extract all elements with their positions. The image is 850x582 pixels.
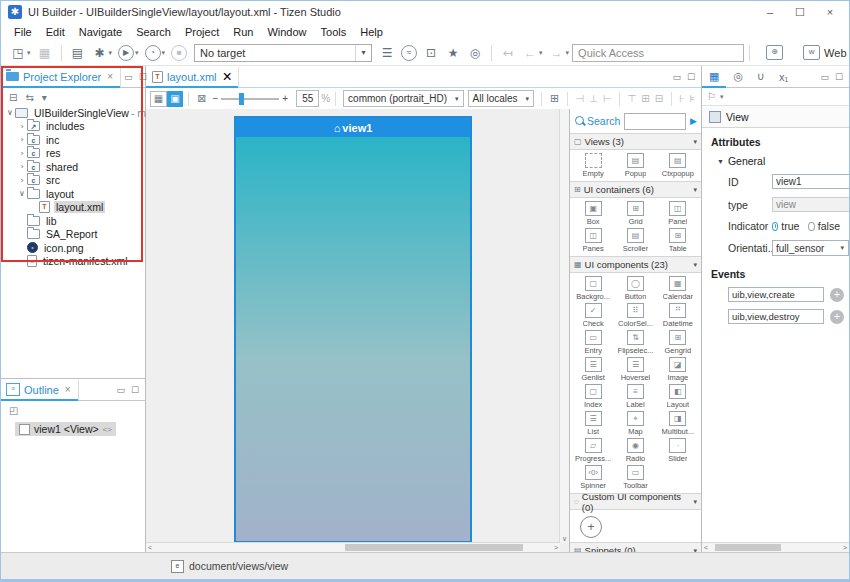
tree-item-res[interactable]: ›cres xyxy=(1,147,145,161)
build-project-button[interactable]: ▤ xyxy=(68,43,88,63)
orientation-select[interactable]: full_sensor ▾ xyxy=(772,240,849,256)
menu-edit[interactable]: Edit xyxy=(39,24,72,40)
palette-item-flipselector[interactable]: ⇅Flipselec... xyxy=(614,329,656,356)
palette-item-grid[interactable]: ⊞Grid xyxy=(614,200,656,227)
maximize-panel-icon[interactable]: ☐ xyxy=(832,72,846,82)
menu-help[interactable]: Help xyxy=(353,24,390,40)
palette-item-popup[interactable]: ▤Popup xyxy=(614,152,656,179)
tree-item-includes[interactable]: ›↗includes xyxy=(1,120,145,134)
tree-item-shared[interactable]: ›cshared xyxy=(1,160,145,174)
tree-item-layout[interactable]: ∨layout xyxy=(1,187,145,201)
scroll-left-icon[interactable]: < xyxy=(148,543,152,552)
target-combo[interactable]: No target▾ xyxy=(194,44,372,62)
tree-item-src[interactable]: ›csrc xyxy=(1,174,145,188)
palette-item-multibutton[interactable]: ◨Multibut... xyxy=(657,410,699,437)
palette-item-hoversel[interactable]: ☰Hoversel xyxy=(614,356,656,383)
filter-outline-icon[interactable]: ◰ xyxy=(5,405,22,416)
palette-item-genlist[interactable]: ☰Genlist xyxy=(572,356,614,383)
view1-titlebar[interactable]: ⌂ view1 xyxy=(236,118,470,137)
palette-item-scroller[interactable]: ▤Scroller xyxy=(614,227,656,254)
pin-icon[interactable]: ⚐ xyxy=(707,91,716,102)
package-manager-button[interactable]: ⊡ xyxy=(421,43,441,63)
add-custom-component-button[interactable]: + xyxy=(580,516,602,538)
tree-item-uibuildersingleview[interactable]: ∨UIBuilderSingleView - mobile-4.0... xyxy=(1,106,145,120)
palette-item-panes[interactable]: ◫Panes xyxy=(572,227,614,254)
palette-item-panel[interactable]: ◫Panel xyxy=(657,200,699,227)
palette-item-list[interactable]: ☰List xyxy=(572,410,614,437)
canvas-horizontal-scrollbar[interactable]: < > xyxy=(146,542,560,552)
expand-arrow-icon[interactable]: › xyxy=(17,162,27,171)
scrollbar-thumb[interactable] xyxy=(345,544,523,551)
chevron-down-icon[interactable]: ▾ xyxy=(693,138,697,146)
design-view-toggle[interactable]: ▦ xyxy=(150,91,167,107)
chevron-down-icon[interactable]: ▾ xyxy=(720,93,724,101)
palette-item-background[interactable]: ▢Backgro... xyxy=(572,275,614,302)
canvas-vertical-scrollbar[interactable]: ∨ xyxy=(559,109,569,543)
chevron-down-icon[interactable]: ▾ xyxy=(27,49,31,57)
zoom-in-icon[interactable]: + xyxy=(279,93,291,104)
chevron-down-icon[interactable]: ▾ xyxy=(135,49,139,57)
profile-button[interactable]: ◔▾ xyxy=(143,43,168,63)
tree-item-sa-report[interactable]: SA_Report xyxy=(1,228,145,242)
minimize-panel-icon[interactable]: ▭ xyxy=(669,72,684,82)
minimize-panel-icon[interactable]: ▭ xyxy=(121,72,136,82)
new-file-button[interactable]: ◳▾ xyxy=(8,43,33,63)
menu-run[interactable]: Run xyxy=(226,24,260,40)
palette-item-calendar[interactable]: ▦Calendar xyxy=(657,275,699,302)
event-name-field[interactable]: uib,view,create xyxy=(728,287,824,302)
palette-item-radio[interactable]: ◉Radio xyxy=(614,437,656,464)
dynamic-analyzer-button[interactable]: ≈ xyxy=(399,43,419,63)
grid-toggle-icon[interactable]: ⊞ xyxy=(547,92,562,105)
close-icon[interactable]: × xyxy=(63,384,73,395)
chevron-down-icon[interactable]: ▾ xyxy=(522,95,534,103)
chevron-down-icon[interactable]: ▾ xyxy=(162,49,166,57)
run-button[interactable]: ▶▾ xyxy=(116,43,141,63)
chevron-down-icon[interactable]: ▾ xyxy=(451,95,463,103)
add-event-handler-button[interactable]: + xyxy=(830,310,844,324)
maximize-panel-icon[interactable]: ☐ xyxy=(684,72,698,82)
tree-item-lib[interactable]: lib xyxy=(1,214,145,228)
link-with-editor-icon[interactable]: ⇆ xyxy=(21,92,37,103)
view-menu-icon[interactable]: ▾ xyxy=(38,92,51,103)
palette-item-box[interactable]: ▣Box xyxy=(572,200,614,227)
menu-tools[interactable]: Tools xyxy=(314,24,354,40)
chevron-down-icon[interactable]: ▾ xyxy=(836,244,848,252)
palette-item-table[interactable]: ⊞Table xyxy=(657,227,699,254)
minimize-button[interactable]: – xyxy=(755,3,785,21)
chevron-down-icon[interactable]: ▾ xyxy=(693,261,697,269)
menu-search[interactable]: Search xyxy=(129,24,178,40)
palette-item-ctxpopup[interactable]: ▤Ctxpopup xyxy=(657,152,699,179)
quick-access-input[interactable] xyxy=(572,44,744,62)
chevron-down-icon[interactable]: ▾ xyxy=(109,49,113,57)
maximize-button[interactable]: ☐ xyxy=(785,3,815,21)
event-name-field[interactable]: uib,view,destroy xyxy=(728,309,824,324)
menu-navigate[interactable]: Navigate xyxy=(72,24,129,40)
attachment-tab[interactable]: ∪ xyxy=(750,67,772,87)
zoom-out-icon[interactable]: − xyxy=(209,93,221,104)
chevron-down-icon[interactable]: ▾ xyxy=(355,45,371,61)
palette-section-containers[interactable]: ⊞UI containers (6)▾ xyxy=(570,181,701,198)
tree-item-tizen-manifest-xml[interactable]: ≡tizen-manifest.xml xyxy=(1,255,145,269)
chevron-down-icon[interactable]: ▼ xyxy=(717,158,724,165)
fit-to-window-icon[interactable]: ⊠ xyxy=(194,92,209,105)
web-perspective-button[interactable]: w Web xyxy=(798,43,850,63)
palette-item-button[interactable]: ◯Button xyxy=(614,275,656,302)
collapse-all-icon[interactable]: ⊟ xyxy=(5,92,21,103)
palette-item-datetime[interactable]: ⠛Datetime xyxy=(657,302,699,329)
preview-tab[interactable]: ◎ xyxy=(726,67,750,87)
palette-item-spinner[interactable]: ‹0›Spinner xyxy=(572,464,614,491)
palette-item-colorselector[interactable]: ⠿ColorSel... xyxy=(614,302,656,329)
close-button[interactable]: × xyxy=(815,3,845,21)
palette-search-input[interactable] xyxy=(624,113,686,130)
chevron-down-icon[interactable]: ▾ xyxy=(693,498,697,506)
outline-tab[interactable]: ≡ Outline × xyxy=(1,380,79,400)
palette-item-index[interactable]: ▢Index xyxy=(572,383,614,410)
profile-select[interactable]: common (portrait_HD) ▾ xyxy=(343,90,463,107)
certificate-manager-button[interactable]: ★ xyxy=(443,43,463,63)
design-canvas[interactable]: ⌂ view1 ∨ < > xyxy=(146,109,569,552)
chevron-down-icon[interactable]: ▾ xyxy=(566,49,570,57)
id-input[interactable] xyxy=(772,174,849,189)
palette-item-toolbar[interactable]: ▭Toolbar xyxy=(614,464,656,491)
expand-arrow-icon[interactable]: › xyxy=(17,149,27,158)
outline-item-view1[interactable]: view1 <View> <> xyxy=(15,422,116,436)
